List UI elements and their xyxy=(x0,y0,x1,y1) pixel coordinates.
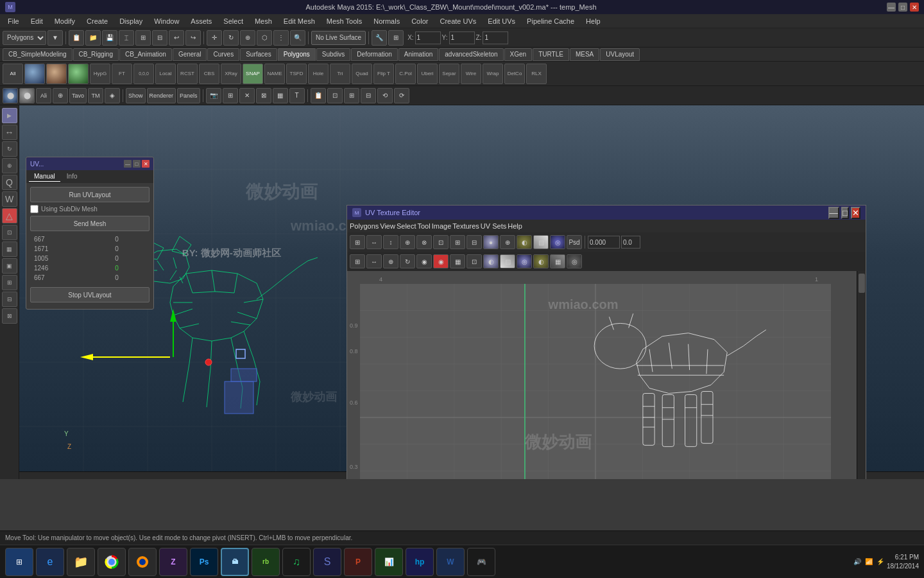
menu-assets[interactable]: Assets xyxy=(185,16,217,26)
menu-display[interactable]: Display xyxy=(114,16,148,26)
menu-mesh-tools[interactable]: Mesh Tools xyxy=(321,16,367,26)
taskbar-ie[interactable]: e xyxy=(36,548,64,576)
close-button[interactable]: ✕ xyxy=(910,3,919,12)
uve-tb2-icon10[interactable]: ▧ xyxy=(500,254,515,268)
shelf-icon-quad[interactable]: Quad xyxy=(352,64,372,84)
tb-icon-4[interactable]: ⌶ xyxy=(119,30,134,46)
uve-menu-image[interactable]: Image xyxy=(432,222,452,230)
shelf-tab-surfaces[interactable]: Surfaces xyxy=(240,48,277,61)
taskbar-hp[interactable]: hp xyxy=(406,548,434,576)
shelf-tab-mesa[interactable]: MESA xyxy=(570,48,599,61)
live-surface-button[interactable]: No Live Surface xyxy=(311,31,366,45)
menu-select[interactable]: Select xyxy=(218,16,248,26)
uve-menu-uvsets[interactable]: UV Sets xyxy=(481,222,506,230)
stop-uvlayout-button[interactable]: Stop UVLayout xyxy=(30,287,150,302)
tb-icon-2[interactable]: 📁 xyxy=(85,30,101,46)
tb2-icon-14[interactable]: ⟳ xyxy=(394,88,409,103)
uve-tb1-icon12[interactable]: ▧ xyxy=(533,235,549,249)
maximize-button[interactable]: □ xyxy=(898,3,907,12)
uve-menu-help[interactable]: Help xyxy=(508,222,522,230)
tool-lasso[interactable]: Q xyxy=(2,175,17,190)
tool-6[interactable]: ▣ xyxy=(2,258,17,274)
tb-icon-3[interactable]: 💾 xyxy=(102,30,117,46)
tool-rotate[interactable]: ↻ xyxy=(2,141,17,157)
uve-tb1-icon14[interactable]: Psd xyxy=(567,235,582,249)
tb-icon-10[interactable]: ⋮ xyxy=(273,30,289,46)
tb2-camera[interactable]: 📷 xyxy=(206,88,221,103)
tb2-show[interactable]: Show xyxy=(126,88,146,103)
shelf-icon-rcst[interactable]: RCST xyxy=(177,64,198,84)
scroll-handle[interactable] xyxy=(859,274,865,293)
subdiv-checkbox[interactable] xyxy=(30,205,38,213)
menu-modify[interactable]: Modify xyxy=(49,16,80,26)
shelf-icon-wire[interactable] xyxy=(68,64,89,84)
uve-tb1-icon8[interactable]: ⊟ xyxy=(466,235,482,249)
taskbar-folder[interactable]: 📁 xyxy=(67,548,95,576)
tb-icon-11[interactable]: 🔍 xyxy=(290,30,305,46)
shelf-icon-tri[interactable]: Tri xyxy=(330,64,350,84)
tool-8[interactable]: ⊟ xyxy=(2,292,17,307)
taskbar-chrome[interactable] xyxy=(98,548,126,576)
uve-tb1-icon2[interactable]: ↔ xyxy=(366,235,382,249)
menu-help[interactable]: Help xyxy=(581,16,606,26)
uve-minimize[interactable]: — xyxy=(828,207,839,219)
tool-5[interactable]: ▦ xyxy=(2,241,17,257)
shelf-icon-flipt[interactable]: Flip T xyxy=(373,64,394,84)
uv-panel-maximize[interactable]: □ xyxy=(133,160,141,168)
tb2-icon-1[interactable]: ⬤ xyxy=(3,88,18,103)
menu-file[interactable]: File xyxy=(3,16,24,26)
shelf-tab-xgen[interactable]: XGen xyxy=(504,48,533,61)
menu-normals[interactable]: Normals xyxy=(368,16,405,26)
menu-edit-mesh[interactable]: Edit Mesh xyxy=(278,16,320,26)
uve-tb2-icon5[interactable]: ◉ xyxy=(416,254,432,268)
taskbar-app1[interactable]: rb xyxy=(252,548,280,576)
menu-create[interactable]: Create xyxy=(81,16,113,26)
taskbar-word[interactable]: W xyxy=(436,548,465,576)
shelf-icon-uberi[interactable]: Uberi xyxy=(417,64,438,84)
uve-tb2-icon14[interactable]: ◎ xyxy=(567,254,582,268)
uve-tb2-icon2[interactable]: ↔ xyxy=(366,254,382,268)
shelf-icon-wire2[interactable]: Wire xyxy=(461,64,481,84)
shelf-icon-cbs[interactable]: CBS xyxy=(199,64,219,84)
uve-tb1-icon9[interactable]: ● xyxy=(483,235,499,249)
uve-tb1-icon7[interactable]: ⊞ xyxy=(450,235,465,249)
uve-maximize[interactable]: □ xyxy=(841,207,849,219)
shelf-tab-general[interactable]: General xyxy=(173,48,207,61)
shelf-icon-hole[interactable]: Hole xyxy=(308,64,329,84)
x-input[interactable] xyxy=(415,31,441,44)
uve-value-input[interactable] xyxy=(588,236,620,249)
tb2-icon-3[interactable]: ⊕ xyxy=(53,88,68,103)
shelf-tab-animation[interactable]: Animation xyxy=(398,48,438,61)
shelf-icon-xray[interactable]: XRay xyxy=(221,64,241,84)
uv-panel-minimize[interactable]: — xyxy=(124,160,132,168)
tool-snap[interactable]: △ xyxy=(2,208,17,223)
menu-color[interactable]: Color xyxy=(406,16,433,26)
tool-scale[interactable]: ⊕ xyxy=(2,158,17,173)
uve-tb2-icon1[interactable]: ⊞ xyxy=(350,254,365,268)
uve-menu-polygons[interactable]: Polygons xyxy=(350,222,379,230)
menu-create-uvs[interactable]: Create UVs xyxy=(434,16,481,26)
uve-scrollbar[interactable] xyxy=(857,271,866,479)
tb-move[interactable]: ✛ xyxy=(207,30,222,46)
tb2-icon-10[interactable]: ⊡ xyxy=(327,88,343,103)
shelf-tab-cb-simplemodeling[interactable]: CB_SimpleModeling xyxy=(3,48,73,61)
tb-icon-8[interactable]: ↪ xyxy=(185,30,201,46)
tb2-tm[interactable]: TM xyxy=(88,88,103,103)
shelf-tab-cb-rigging[interactable]: CB_Rigging xyxy=(73,48,119,61)
uve-tb1-icon10[interactable]: ⊕ xyxy=(500,235,515,249)
shelf-icon-local[interactable]: Local xyxy=(155,64,176,84)
uve-tb2-icon12[interactable]: ◐ xyxy=(533,254,549,268)
shelf-icon-all[interactable]: All xyxy=(3,64,23,84)
tb-icon-1[interactable]: 📋 xyxy=(69,30,84,46)
tb-btn-1[interactable]: ▼ xyxy=(47,30,63,46)
uve-tb2-icon4[interactable]: ↻ xyxy=(400,254,415,268)
uve-menu-view[interactable]: View xyxy=(380,222,395,230)
taskbar-start[interactable]: ⊞ xyxy=(5,548,33,576)
tb2-panels[interactable]: Panels xyxy=(177,88,200,103)
uve-tb2-icon9[interactable]: ◐ xyxy=(483,254,499,268)
shelf-tab-deformation[interactable]: Deformation xyxy=(351,48,397,61)
shelf-icon-sphere[interactable] xyxy=(24,64,45,84)
menu-edit-uvs[interactable]: Edit UVs xyxy=(483,16,520,26)
tool-select[interactable]: ▶ xyxy=(2,108,17,123)
tb2-icon-11[interactable]: ⊞ xyxy=(344,88,359,103)
